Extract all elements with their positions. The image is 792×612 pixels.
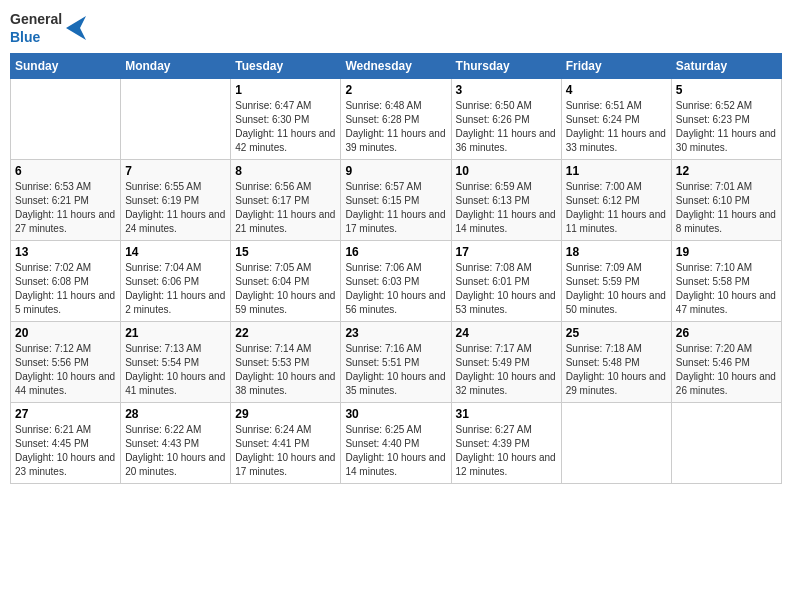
day-info: Sunrise: 6:22 AMSunset: 4:43 PMDaylight:… (125, 423, 226, 479)
day-info: Sunrise: 7:02 AMSunset: 6:08 PMDaylight:… (15, 261, 116, 317)
weekday-header-saturday: Saturday (671, 54, 781, 79)
calendar-week-3: 13Sunrise: 7:02 AMSunset: 6:08 PMDayligh… (11, 241, 782, 322)
weekday-header-friday: Friday (561, 54, 671, 79)
svg-marker-0 (66, 16, 86, 40)
calendar-cell: 28Sunrise: 6:22 AMSunset: 4:43 PMDayligh… (121, 403, 231, 484)
day-info: Sunrise: 6:50 AMSunset: 6:26 PMDaylight:… (456, 99, 557, 155)
day-info: Sunrise: 7:05 AMSunset: 6:04 PMDaylight:… (235, 261, 336, 317)
day-info: Sunrise: 6:57 AMSunset: 6:15 PMDaylight:… (345, 180, 446, 236)
day-number: 31 (456, 407, 557, 421)
calendar-cell: 11Sunrise: 7:00 AMSunset: 6:12 PMDayligh… (561, 160, 671, 241)
day-number: 13 (15, 245, 116, 259)
calendar-table: SundayMondayTuesdayWednesdayThursdayFrid… (10, 53, 782, 484)
day-number: 28 (125, 407, 226, 421)
calendar-cell (11, 79, 121, 160)
day-number: 4 (566, 83, 667, 97)
logo: General Blue (10, 10, 86, 45)
calendar-cell: 9Sunrise: 6:57 AMSunset: 6:15 PMDaylight… (341, 160, 451, 241)
calendar-cell: 29Sunrise: 6:24 AMSunset: 4:41 PMDayligh… (231, 403, 341, 484)
day-info: Sunrise: 6:27 AMSunset: 4:39 PMDaylight:… (456, 423, 557, 479)
calendar-week-2: 6Sunrise: 6:53 AMSunset: 6:21 PMDaylight… (11, 160, 782, 241)
day-number: 21 (125, 326, 226, 340)
day-info: Sunrise: 7:14 AMSunset: 5:53 PMDaylight:… (235, 342, 336, 398)
day-number: 14 (125, 245, 226, 259)
weekday-header-tuesday: Tuesday (231, 54, 341, 79)
weekday-header-monday: Monday (121, 54, 231, 79)
day-number: 30 (345, 407, 446, 421)
day-number: 26 (676, 326, 777, 340)
day-number: 5 (676, 83, 777, 97)
calendar-cell: 4Sunrise: 6:51 AMSunset: 6:24 PMDaylight… (561, 79, 671, 160)
calendar-cell: 16Sunrise: 7:06 AMSunset: 6:03 PMDayligh… (341, 241, 451, 322)
calendar-cell: 15Sunrise: 7:05 AMSunset: 6:04 PMDayligh… (231, 241, 341, 322)
calendar-cell: 1Sunrise: 6:47 AMSunset: 6:30 PMDaylight… (231, 79, 341, 160)
day-info: Sunrise: 6:53 AMSunset: 6:21 PMDaylight:… (15, 180, 116, 236)
calendar-cell: 10Sunrise: 6:59 AMSunset: 6:13 PMDayligh… (451, 160, 561, 241)
calendar-cell: 24Sunrise: 7:17 AMSunset: 5:49 PMDayligh… (451, 322, 561, 403)
day-info: Sunrise: 7:16 AMSunset: 5:51 PMDaylight:… (345, 342, 446, 398)
day-number: 8 (235, 164, 336, 178)
logo-general-text: General (10, 11, 62, 27)
calendar-cell: 22Sunrise: 7:14 AMSunset: 5:53 PMDayligh… (231, 322, 341, 403)
weekday-header-sunday: Sunday (11, 54, 121, 79)
day-number: 7 (125, 164, 226, 178)
day-info: Sunrise: 6:47 AMSunset: 6:30 PMDaylight:… (235, 99, 336, 155)
day-info: Sunrise: 7:04 AMSunset: 6:06 PMDaylight:… (125, 261, 226, 317)
day-number: 22 (235, 326, 336, 340)
logo-blue-text: Blue (10, 29, 40, 45)
day-number: 27 (15, 407, 116, 421)
day-info: Sunrise: 6:24 AMSunset: 4:41 PMDaylight:… (235, 423, 336, 479)
logo-wordmark: General Blue (10, 10, 62, 45)
calendar-cell: 25Sunrise: 7:18 AMSunset: 5:48 PMDayligh… (561, 322, 671, 403)
calendar-cell: 12Sunrise: 7:01 AMSunset: 6:10 PMDayligh… (671, 160, 781, 241)
day-number: 12 (676, 164, 777, 178)
day-number: 18 (566, 245, 667, 259)
calendar-cell: 8Sunrise: 6:56 AMSunset: 6:17 PMDaylight… (231, 160, 341, 241)
day-info: Sunrise: 6:51 AMSunset: 6:24 PMDaylight:… (566, 99, 667, 155)
day-info: Sunrise: 6:59 AMSunset: 6:13 PMDaylight:… (456, 180, 557, 236)
calendar-cell: 14Sunrise: 7:04 AMSunset: 6:06 PMDayligh… (121, 241, 231, 322)
day-number: 6 (15, 164, 116, 178)
page-header: General Blue (10, 10, 782, 45)
calendar-cell: 18Sunrise: 7:09 AMSunset: 5:59 PMDayligh… (561, 241, 671, 322)
weekday-header-thursday: Thursday (451, 54, 561, 79)
day-number: 20 (15, 326, 116, 340)
day-info: Sunrise: 6:56 AMSunset: 6:17 PMDaylight:… (235, 180, 336, 236)
calendar-week-1: 1Sunrise: 6:47 AMSunset: 6:30 PMDaylight… (11, 79, 782, 160)
weekday-header-row: SundayMondayTuesdayWednesdayThursdayFrid… (11, 54, 782, 79)
day-info: Sunrise: 7:08 AMSunset: 6:01 PMDaylight:… (456, 261, 557, 317)
day-info: Sunrise: 7:10 AMSunset: 5:58 PMDaylight:… (676, 261, 777, 317)
calendar-cell (671, 403, 781, 484)
calendar-cell: 13Sunrise: 7:02 AMSunset: 6:08 PMDayligh… (11, 241, 121, 322)
day-number: 29 (235, 407, 336, 421)
calendar-cell: 31Sunrise: 6:27 AMSunset: 4:39 PMDayligh… (451, 403, 561, 484)
day-number: 24 (456, 326, 557, 340)
day-info: Sunrise: 7:00 AMSunset: 6:12 PMDaylight:… (566, 180, 667, 236)
day-number: 17 (456, 245, 557, 259)
day-info: Sunrise: 7:06 AMSunset: 6:03 PMDaylight:… (345, 261, 446, 317)
calendar-cell: 23Sunrise: 7:16 AMSunset: 5:51 PMDayligh… (341, 322, 451, 403)
day-info: Sunrise: 6:52 AMSunset: 6:23 PMDaylight:… (676, 99, 777, 155)
day-info: Sunrise: 7:20 AMSunset: 5:46 PMDaylight:… (676, 342, 777, 398)
calendar-cell: 26Sunrise: 7:20 AMSunset: 5:46 PMDayligh… (671, 322, 781, 403)
day-info: Sunrise: 6:55 AMSunset: 6:19 PMDaylight:… (125, 180, 226, 236)
calendar-cell: 20Sunrise: 7:12 AMSunset: 5:56 PMDayligh… (11, 322, 121, 403)
day-number: 15 (235, 245, 336, 259)
day-info: Sunrise: 7:13 AMSunset: 5:54 PMDaylight:… (125, 342, 226, 398)
day-number: 16 (345, 245, 446, 259)
calendar-cell: 7Sunrise: 6:55 AMSunset: 6:19 PMDaylight… (121, 160, 231, 241)
calendar-week-4: 20Sunrise: 7:12 AMSunset: 5:56 PMDayligh… (11, 322, 782, 403)
day-number: 2 (345, 83, 446, 97)
logo-bird-icon (66, 16, 86, 40)
calendar-cell: 6Sunrise: 6:53 AMSunset: 6:21 PMDaylight… (11, 160, 121, 241)
day-info: Sunrise: 6:25 AMSunset: 4:40 PMDaylight:… (345, 423, 446, 479)
calendar-cell: 27Sunrise: 6:21 AMSunset: 4:45 PMDayligh… (11, 403, 121, 484)
calendar-cell: 5Sunrise: 6:52 AMSunset: 6:23 PMDaylight… (671, 79, 781, 160)
day-number: 19 (676, 245, 777, 259)
calendar-cell: 30Sunrise: 6:25 AMSunset: 4:40 PMDayligh… (341, 403, 451, 484)
calendar-week-5: 27Sunrise: 6:21 AMSunset: 4:45 PMDayligh… (11, 403, 782, 484)
calendar-cell (121, 79, 231, 160)
day-info: Sunrise: 7:17 AMSunset: 5:49 PMDaylight:… (456, 342, 557, 398)
day-number: 10 (456, 164, 557, 178)
day-info: Sunrise: 7:01 AMSunset: 6:10 PMDaylight:… (676, 180, 777, 236)
